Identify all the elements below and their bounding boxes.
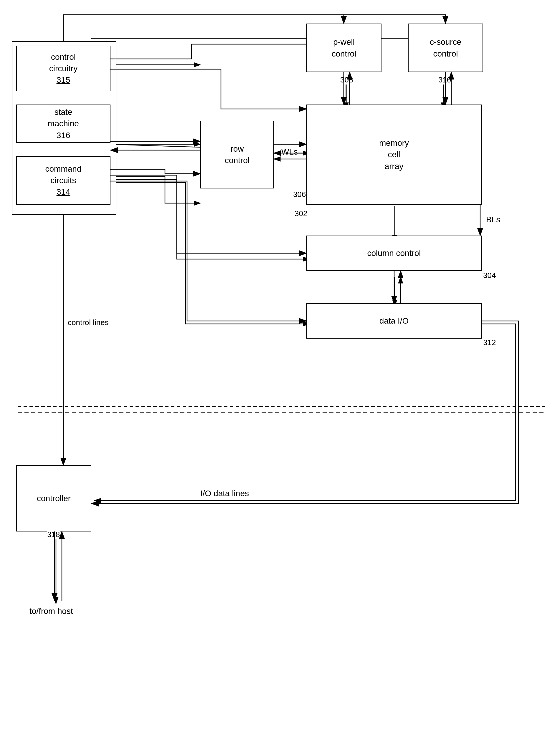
p-well-label: p-wellcontrol <box>331 36 356 59</box>
row-control-label: rowcontrol <box>225 143 250 166</box>
column-control-box: column control <box>306 236 482 271</box>
c-source-control-box: c-sourcecontrol <box>408 24 483 72</box>
label-308: 308 <box>340 75 353 85</box>
to-from-host-label: to/from host <box>29 607 73 616</box>
controller-label: controller <box>37 492 71 504</box>
io-data-lines-label: I/O data lines <box>200 489 249 498</box>
data-io-label: data I/O <box>379 315 409 327</box>
row-control-box: rowcontrol <box>200 121 274 189</box>
data-io-box: data I/O <box>306 303 482 339</box>
label-312: 312 <box>483 338 496 347</box>
column-control-label: column control <box>367 247 421 259</box>
control-circuitry-label: control circuitry 315 <box>49 51 77 86</box>
control-circuitry-box: control circuitry 315 <box>16 46 110 91</box>
bls-label: BLs <box>486 215 500 224</box>
controller-box: controller <box>16 465 91 531</box>
label-304: 304 <box>483 271 496 280</box>
label-310: 310 <box>438 75 451 85</box>
p-well-control-box: p-wellcontrol <box>306 24 381 72</box>
memory-cell-array-box: memorycellarray <box>306 105 482 205</box>
diagram: control circuitry 315 statemachine 316 c… <box>0 0 560 737</box>
label-318: 318 <box>47 530 60 539</box>
wls-label: WLs <box>281 147 298 157</box>
memory-cell-array-label: memorycellarray <box>379 137 409 172</box>
c-source-label: c-sourcecontrol <box>430 36 461 59</box>
state-machine-box: statemachine 316 <box>16 105 110 143</box>
command-circuits-box: commandcircuits 314 <box>16 156 110 205</box>
svg-line-6 <box>109 144 200 147</box>
control-lines-label: control lines <box>68 318 109 327</box>
command-circuits-label: commandcircuits 314 <box>45 163 82 198</box>
state-machine-label: statemachine 316 <box>48 106 79 141</box>
label-302: 302 <box>295 209 307 218</box>
label-306: 306 <box>293 190 306 199</box>
